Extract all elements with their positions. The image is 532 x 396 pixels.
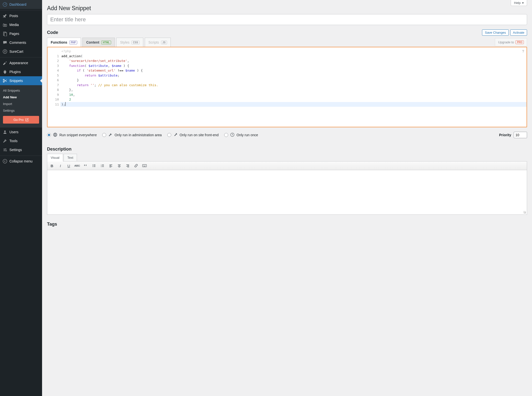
css-badge: CSS [131,41,140,44]
sidebar-item-collapse[interactable]: Collapse menu [0,157,42,166]
scope-once[interactable]: Only run once [224,132,258,138]
sidebar-label: Comments [9,41,26,45]
media-icon [2,22,7,27]
code-content[interactable]: <?php add_action( 'surecart/order/set_at… [60,47,527,127]
svg-rect-39 [127,167,129,167]
sidebar-item-media[interactable]: Media [0,20,42,29]
line-number: 2 [48,58,59,63]
tab-label: Functions [51,40,67,44]
php-open-tag: <?php [60,49,527,54]
tab-label: Content [86,40,99,44]
svg-rect-21 [94,166,95,167]
tab-scripts[interactable]: Scripts JS [145,38,171,47]
align-left-button[interactable] [108,163,114,168]
submenu-settings[interactable]: Settings [0,107,42,114]
appearance-icon [2,60,7,65]
svg-rect-38 [126,166,129,167]
svg-rect-34 [118,166,121,167]
line-number: 3 [48,63,59,68]
plugins-icon [2,69,7,74]
surecart-icon [2,49,7,54]
line-number: 11 [48,102,59,107]
svg-point-18 [93,165,93,166]
scope-everywhere[interactable]: Run snippet everywhere [47,132,97,138]
align-right-button[interactable] [125,163,130,168]
line-number: 6 [48,78,59,83]
tools-icon [2,138,7,143]
line-gutter: 1 2 3 4 5 6 7 8 9 10 11 [48,47,60,127]
line-number: 8 [48,87,59,92]
scope-label: Only run once [237,133,258,137]
scope-frontend[interactable]: Only run on site front-end [167,132,219,138]
strikethrough-button[interactable]: ABC [74,163,80,168]
help-tab[interactable]: Help ▾ [511,0,527,6]
scope-label: Only run on site front-end [180,133,219,137]
sidebar-item-posts[interactable]: Posts [0,11,42,20]
submenu-import[interactable]: Import [0,101,42,107]
desc-tab-visual[interactable]: Visual [47,154,63,161]
sidebar-item-settings[interactable]: Settings [0,145,42,154]
svg-point-16 [93,164,93,165]
sidebar-label: Users [9,130,19,134]
underline-button[interactable]: U [66,163,72,168]
sidebar-label: SureCart [9,50,23,53]
run-scope-options: Run snippet everywhere Only run in admin… [47,127,527,141]
settings-icon [2,147,7,152]
go-pro-button[interactable]: Go Pro [3,116,39,124]
upgrade-label: Upgrade to [498,40,514,44]
main-content: Help ▾ Add New Snippet Code Save Changes… [42,0,532,396]
svg-point-10 [4,150,5,150]
svg-rect-29 [109,165,111,166]
editor-help-icon[interactable]: ? [522,49,524,53]
priority-input[interactable] [514,132,527,138]
line-number: 10 [48,97,59,102]
desc-tab-text[interactable]: Text [64,154,77,161]
tab-styles[interactable]: Styles CSS [116,38,143,47]
sidebar-label: Plugins [9,70,21,74]
align-center-button[interactable] [117,163,122,168]
globe-icon [53,132,57,138]
numbered-list-button[interactable]: 123 [100,163,105,168]
tab-label: Styles [120,40,129,44]
external-link-icon [25,118,29,122]
sidebar-item-tools[interactable]: Tools [0,136,42,145]
priority-label: Priority [499,133,511,137]
svg-rect-37 [127,165,129,166]
keyboard-toggle-button[interactable] [142,163,147,168]
sidebar-item-surecart[interactable]: SureCart [0,47,42,56]
scope-admin[interactable]: Only run in administration area [102,132,162,138]
sidebar-item-pages[interactable]: Pages [0,29,42,38]
bold-button[interactable]: B [49,163,55,168]
tab-functions[interactable]: Functions PHP [47,38,81,47]
save-changes-button[interactable]: Save Changes [482,29,508,36]
svg-point-12 [3,159,7,163]
link-button[interactable] [133,163,139,168]
php-badge: PHP [69,41,77,44]
sidebar-item-snippets[interactable]: Snippets [0,76,42,85]
svg-rect-36 [126,164,129,165]
sidebar-item-appearance[interactable]: Appearance [0,58,42,67]
sidebar-item-dashboard[interactable]: Dashboard [0,0,42,9]
sidebar-item-comments[interactable]: Comments [0,38,42,47]
bullet-list-button[interactable] [91,163,97,168]
svg-rect-4 [4,33,7,36]
tab-content[interactable]: Content HTML [82,38,115,47]
comments-icon [2,40,7,45]
snippet-title-input[interactable] [47,14,527,25]
sidebar-item-plugins[interactable]: Plugins [0,67,42,76]
blockquote-button[interactable] [83,163,88,168]
tags-section-title: Tags [47,222,527,227]
scope-label: Run snippet everywhere [59,133,97,137]
upgrade-to-pro[interactable]: Upgrade to PRO [495,38,527,46]
italic-button[interactable]: I [58,163,63,168]
submenu-all-snippets[interactable]: All Snippets [0,87,42,94]
code-editor[interactable]: 1 2 3 4 5 6 7 8 9 10 11 <?php add_action… [47,47,527,127]
activate-button[interactable]: Activate [510,29,527,36]
sidebar-label: Tools [9,139,18,143]
pin-icon [2,13,7,18]
description-editor[interactable] [47,170,527,215]
dashboard-icon [2,2,7,7]
sidebar-item-users[interactable]: Users [0,128,42,136]
radio-checked [47,133,51,137]
submenu-add-new[interactable]: Add New [0,94,42,101]
